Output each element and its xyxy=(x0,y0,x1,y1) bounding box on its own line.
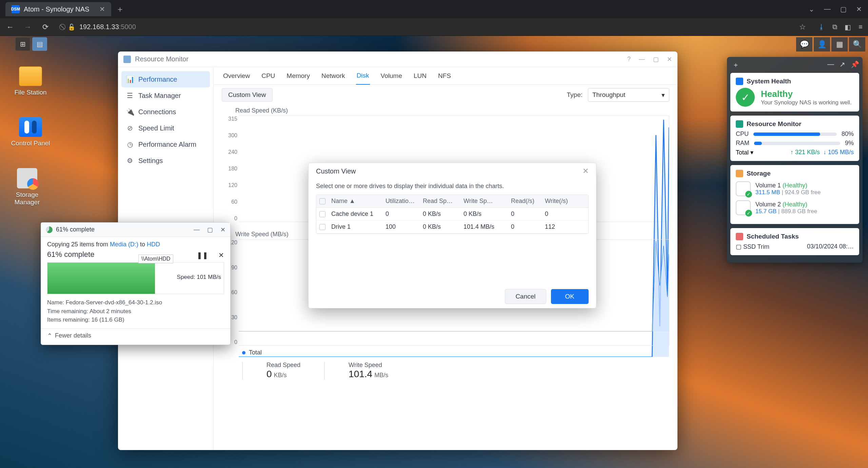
dsm-user-icon[interactable]: 👤 xyxy=(814,37,830,52)
col-utilization[interactable]: Utilizatio… xyxy=(383,198,420,205)
dialog-close-icon[interactable]: ✕ xyxy=(583,167,589,176)
monitor-icon xyxy=(736,120,743,128)
tabs-menu-icon[interactable]: ⌄ xyxy=(809,5,814,13)
close-icon[interactable]: ✕ xyxy=(667,56,672,63)
custom-view-button[interactable]: Custom View xyxy=(222,88,273,102)
tab-overview[interactable]: Overview xyxy=(222,67,251,84)
volume-2-row[interactable]: Volume 2 (Healthy) 15.7 GB | 889.8 GB fr… xyxy=(736,200,854,215)
rm-titlebar[interactable]: Resource Monitor ? — ▢ ✕ xyxy=(118,52,677,67)
desktop-icon-storage-manager[interactable]: Storage Manager xyxy=(7,168,47,206)
sidebar-item-performance-alarm[interactable]: ◷Performance Alarm xyxy=(121,136,210,152)
window-maximize-icon[interactable]: ▢ xyxy=(840,5,847,13)
system-health-card[interactable]: System Health ✓ Healthy Your Synology NA… xyxy=(730,73,859,111)
row-checkbox[interactable] xyxy=(319,224,326,230)
storage-card[interactable]: Storage Volume 1 (Healthy) 311.5 MB | 92… xyxy=(730,165,859,224)
dsm-search-icon[interactable]: 🔍 xyxy=(849,37,865,52)
tab-network[interactable]: Network xyxy=(321,67,346,84)
tab-cpu[interactable]: CPU xyxy=(261,67,276,84)
fc-close-icon[interactable]: ✕ xyxy=(220,226,225,233)
chart-y-axis: 315300240180120600 xyxy=(222,116,237,222)
col-read-iops[interactable]: Read(/s) xyxy=(508,198,542,205)
dsm-desktop: ⊞ ▤ 💬 👤 ▦ 🔍 File Station Control Panel S… xyxy=(0,36,868,468)
col-read-speed[interactable]: Read Sp… xyxy=(420,198,461,205)
url-text: 192.168.1.33:5000 xyxy=(79,23,136,31)
fc-title: 61% complete xyxy=(56,226,95,233)
dialog-title: Custom View xyxy=(316,167,356,175)
widget-minimize-icon[interactable]: — xyxy=(827,60,834,69)
fc-titlebar[interactable]: 61% complete — ▢ ✕ xyxy=(41,223,230,237)
tab-lun[interactable]: LUN xyxy=(413,67,427,84)
dsm-chat-icon[interactable]: 💬 xyxy=(796,37,812,52)
widget-panel: ＋ — ↗ 📌 System Health ✓ Healthy Your Syn… xyxy=(727,57,863,263)
download-icon[interactable]: ⭳ xyxy=(818,23,825,31)
help-icon[interactable]: ? xyxy=(627,56,631,63)
row-checkbox[interactable] xyxy=(319,211,326,217)
desktop-icon-file-station[interactable]: File Station xyxy=(10,66,51,96)
cpu-bar xyxy=(753,133,820,136)
menu-icon[interactable]: ≡ xyxy=(859,23,863,31)
window-minimize-icon[interactable]: — xyxy=(824,5,831,13)
tab-memory[interactable]: Memory xyxy=(286,67,311,84)
tab-title: Atom - Synology NAS xyxy=(24,5,89,13)
new-tab-icon[interactable]: ＋ xyxy=(116,4,124,15)
total-dropdown[interactable]: Total ▾ xyxy=(736,149,753,156)
fc-minimize-icon[interactable]: — xyxy=(194,226,200,233)
url-field[interactable]: ⃠ 🔓 192.168.1.33:5000 xyxy=(58,20,791,34)
table-row[interactable]: Cache device 100 KB/s 0 KB/s00 xyxy=(316,208,588,221)
sidebar-item-speed-limit[interactable]: ⊘Speed Limit xyxy=(121,120,210,136)
task-row[interactable]: ▢ SSD Trim 03/10/2024 08:… xyxy=(736,243,854,250)
dsm-apps-icon[interactable]: ⊞ xyxy=(15,37,30,51)
forward-icon[interactable]: → xyxy=(23,23,33,32)
fewer-details-toggle[interactable]: ⌃ Fewer details xyxy=(41,328,230,343)
dsm-widgets-icon[interactable]: ▦ xyxy=(831,37,848,52)
copy-line: Copying 25 items from Media (D:) to HDD xyxy=(47,241,224,248)
sidebar-item-task-manager[interactable]: ☰Task Manager xyxy=(121,87,210,104)
col-name[interactable]: Name ▲ xyxy=(329,198,383,205)
tab-disk[interactable]: Disk xyxy=(356,67,370,85)
info-icon xyxy=(736,78,743,85)
volume-1-row[interactable]: Volume 1 (Healthy) 311.5 MB | 924.9 GB f… xyxy=(736,181,854,196)
desktop-icon-control-panel[interactable]: Control Panel xyxy=(10,117,51,147)
scheduled-tasks-card[interactable]: Scheduled Tasks ▢ SSD Trim 03/10/2024 08… xyxy=(730,228,859,255)
fc-maximize-icon[interactable]: ▢ xyxy=(207,226,213,233)
sidebar-item-settings[interactable]: ⚙Settings xyxy=(121,152,210,169)
col-write-iops[interactable]: Write(/s) xyxy=(542,198,576,205)
extensions-icon[interactable]: ⧉ xyxy=(832,23,837,31)
sidebar-item-connections[interactable]: 🔌Connections xyxy=(121,104,210,120)
gear-icon: ⚙ xyxy=(126,157,134,165)
bookmark-star-icon[interactable]: ☆ xyxy=(799,23,806,32)
table-row[interactable]: Drive 11000 KB/s 101.4 MB/s0112 xyxy=(316,221,588,233)
fc-meta: Name: Fedora-Server-dvd-x86_64-30-1.2.is… xyxy=(47,298,224,324)
tab-volume[interactable]: Volume xyxy=(380,67,403,84)
alarm-icon: ◷ xyxy=(126,140,134,148)
file-copy-window: 61% complete — ▢ ✕ Copying 25 items from… xyxy=(41,222,231,345)
dsm-taskbar-resource-monitor[interactable]: ▤ xyxy=(32,37,47,51)
resource-monitor-card[interactable]: Resource Monitor CPU80% RAM9% Total ▾ ↑ … xyxy=(730,116,859,161)
sidebar-icon[interactable]: ◧ xyxy=(845,23,851,31)
pause-icon[interactable]: ❚❚ xyxy=(197,251,208,259)
insecure-lock-icon[interactable]: 🔓 xyxy=(68,23,75,31)
select-all-checkbox[interactable] xyxy=(319,198,326,204)
minimize-icon[interactable]: — xyxy=(639,56,645,63)
cancel-copy-icon[interactable]: ✕ xyxy=(218,251,224,259)
ok-button[interactable]: OK xyxy=(551,289,589,304)
control-panel-icon xyxy=(19,117,42,137)
type-select[interactable]: Throughput ▾ xyxy=(588,88,669,102)
col-write-speed[interactable]: Write Sp… xyxy=(461,198,508,205)
disk-speed-summary: Read Speed 0KB/s Write Speed 101.4MB/s xyxy=(222,356,669,385)
tab-close-icon[interactable]: ✕ xyxy=(99,5,105,13)
reload-icon[interactable]: ⟳ xyxy=(41,23,50,32)
back-icon[interactable]: ← xyxy=(5,23,15,32)
maximize-icon[interactable]: ▢ xyxy=(653,56,659,63)
chevron-up-icon: ⌃ xyxy=(47,332,52,340)
storage-icon xyxy=(736,170,743,177)
browser-tab[interactable]: DSM Atom - Synology NAS ✕ xyxy=(5,2,111,16)
add-widget-icon[interactable]: ＋ xyxy=(732,60,739,69)
sidebar-item-performance[interactable]: 📊Performance xyxy=(121,71,210,87)
tab-nfs[interactable]: NFS xyxy=(437,67,452,84)
window-close-icon[interactable]: ✕ xyxy=(856,5,862,13)
cancel-button[interactable]: Cancel xyxy=(505,289,546,304)
widget-pin-icon[interactable]: 📌 xyxy=(851,60,859,69)
custom-view-dialog: Custom View ✕ Select one or more drives … xyxy=(308,163,596,308)
widget-expand-icon[interactable]: ↗ xyxy=(840,60,845,69)
